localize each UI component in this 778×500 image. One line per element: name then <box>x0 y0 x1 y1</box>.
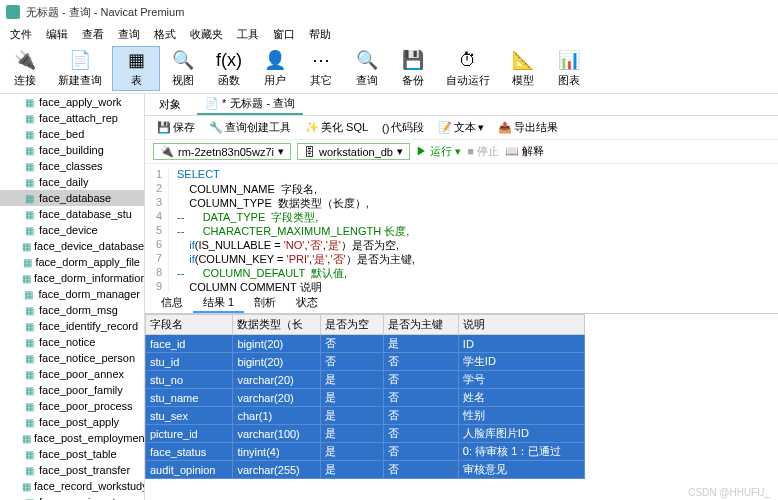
table-face_notice_person[interactable]: ▦face_notice_person <box>0 350 144 366</box>
stop-button[interactable]: ■ 停止 <box>467 144 499 159</box>
sidebar[interactable]: ▦face_apply_work▦face_attach_rep▦face_be… <box>0 94 145 500</box>
table-face_device[interactable]: ▦face_device <box>0 222 144 238</box>
toolbar-图表[interactable]: 📊图表 <box>546 46 592 91</box>
toolbar-视图[interactable]: 🔍视图 <box>160 46 206 91</box>
tab-profile[interactable]: 剖析 <box>244 292 286 313</box>
col-header[interactable]: 是否为主键 <box>383 315 458 335</box>
table-icon: ▦ <box>22 432 31 444</box>
tab-result1[interactable]: 结果 1 <box>193 292 244 313</box>
result-grid[interactable]: 字段名数据类型（长是否为空是否为主键说明face_idbigint(20)否是I… <box>145 314 778 479</box>
toolbar-其它[interactable]: ⋯其它 <box>298 46 344 91</box>
table-icon: ▦ <box>22 96 36 108</box>
app-icon <box>6 5 20 19</box>
connection-select[interactable]: 🔌 rm-2zetn83n05wz7i ▾ <box>153 143 291 160</box>
备份-icon: 💾 <box>400 49 426 71</box>
table-face_attach_rep[interactable]: ▦face_attach_rep <box>0 110 144 126</box>
toolbar-新建查询[interactable]: 📄新建查询 <box>48 46 112 91</box>
toolbar-备份[interactable]: 💾备份 <box>390 46 436 91</box>
tab-query[interactable]: 📄 * 无标题 - 查询 <box>197 94 303 115</box>
table-icon: ▦ <box>22 384 36 396</box>
table-row[interactable]: stu_sexchar(1)是否性别 <box>146 407 585 425</box>
toolbar-模型[interactable]: 📐模型 <box>500 46 546 91</box>
table-face_dorm_msg[interactable]: ▦face_dorm_msg <box>0 302 144 318</box>
query-builder-button[interactable]: 🔧 查询创建工具 <box>205 118 295 137</box>
explain-button[interactable]: 📖 解释 <box>505 144 544 159</box>
menu-窗口[interactable]: 窗口 <box>267 25 301 44</box>
table-face_database[interactable]: ▦face_database <box>0 190 144 206</box>
watermark: CSDN @HHUFU_ <box>688 487 770 498</box>
beautify-sql-button[interactable]: ✨ 美化 SQL <box>301 118 372 137</box>
menu-查看[interactable]: 查看 <box>76 25 110 44</box>
toolbar-自动运行[interactable]: ⏱自动运行 <box>436 46 500 91</box>
table-face_apply_work[interactable]: ▦face_apply_work <box>0 94 144 110</box>
table-icon: ▦ <box>22 480 31 492</box>
table-row[interactable]: stu_novarchar(20)是否学号 <box>146 371 585 389</box>
table-icon: ▦ <box>22 448 36 460</box>
table-row[interactable]: stu_namevarchar(20)是否姓名 <box>146 389 585 407</box>
table-face_post_table[interactable]: ▦face_post_table <box>0 446 144 462</box>
table-face_notice[interactable]: ▦face_notice <box>0 334 144 350</box>
toolbar-用户[interactable]: 👤用户 <box>252 46 298 91</box>
col-header[interactable]: 说明 <box>458 315 584 335</box>
table-face_database_stu[interactable]: ▦face_database_stu <box>0 206 144 222</box>
table-face_record_workstudy[interactable]: ▦face_record_workstudy <box>0 478 144 494</box>
table-icon: ▦ <box>22 144 36 156</box>
table-face_bed[interactable]: ▦face_bed <box>0 126 144 142</box>
tab-status[interactable]: 状态 <box>286 292 328 313</box>
col-header[interactable]: 是否为空 <box>321 315 383 335</box>
table-row[interactable]: picture_idvarchar(100)是否人脸库图片ID <box>146 425 585 443</box>
query-toolbar: 💾 保存 🔧 查询创建工具 ✨ 美化 SQL () 代码段 📝 文本 ▾ 📤 导… <box>145 116 778 140</box>
toolbar-连接[interactable]: 🔌连接 <box>2 46 48 91</box>
menu-文件[interactable]: 文件 <box>4 25 38 44</box>
save-button[interactable]: 💾 保存 <box>153 118 199 137</box>
视图-icon: 🔍 <box>170 49 196 71</box>
table-icon: ▦ <box>22 464 36 476</box>
函数-icon: f(x) <box>216 49 242 71</box>
table-face_device_database[interactable]: ▦face_device_database <box>0 238 144 254</box>
table-face_post_employmen[interactable]: ▦face_post_employmen <box>0 430 144 446</box>
table-icon: ▦ <box>22 240 31 252</box>
sql-editor[interactable]: 1SELECT2 COLUMN_NAME 字段名,3 COLUMN_TYPE 数… <box>145 164 778 292</box>
code-snippet-button[interactable]: () 代码段 <box>378 118 428 137</box>
toolbar-查询[interactable]: 🔍查询 <box>344 46 390 91</box>
run-button[interactable]: ▶ 运行 ▾ <box>416 144 461 159</box>
table-icon: ▦ <box>22 224 36 236</box>
toolbar-表[interactable]: ▦表 <box>112 46 160 91</box>
table-face_identify_record[interactable]: ▦face_identify_record <box>0 318 144 334</box>
table-row[interactable]: stu_idbigint(20)否否学生ID <box>146 353 585 371</box>
table-face_post_transfer[interactable]: ▦face_post_transfer <box>0 462 144 478</box>
table-face_dorm_manager[interactable]: ▦face_dorm_manager <box>0 286 144 302</box>
新建查询-icon: 📄 <box>67 49 93 71</box>
tab-objects[interactable]: 对象 <box>151 95 189 114</box>
table-row[interactable]: face_idbigint(20)否是ID <box>146 335 585 353</box>
tab-info[interactable]: 信息 <box>151 292 193 313</box>
table-icon: ▦ <box>22 496 36 500</box>
toolbar-函数[interactable]: f(x)函数 <box>206 46 252 91</box>
export-button[interactable]: 📤 导出结果 <box>494 118 562 137</box>
menu-收藏夹[interactable]: 收藏夹 <box>184 25 229 44</box>
menu-格式[interactable]: 格式 <box>148 25 182 44</box>
col-header[interactable]: 字段名 <box>146 315 233 335</box>
table-face_post_apply[interactable]: ▦face_post_apply <box>0 414 144 430</box>
database-select[interactable]: 🗄 workstation_db ▾ <box>297 143 410 160</box>
menu-编辑[interactable]: 编辑 <box>40 25 74 44</box>
table-face_dorm_apply_file[interactable]: ▦face_dorm_apply_file <box>0 254 144 270</box>
col-header[interactable]: 数据类型（长 <box>233 315 321 335</box>
table-icon: ▦ <box>22 400 36 412</box>
table-icon: ▦ <box>22 320 36 332</box>
text-button[interactable]: 📝 文本 ▾ <box>434 118 488 137</box>
查询-icon: 🔍 <box>354 49 380 71</box>
menu-帮助[interactable]: 帮助 <box>303 25 337 44</box>
table-face_daily[interactable]: ▦face_daily <box>0 174 144 190</box>
table-face_building[interactable]: ▦face_building <box>0 142 144 158</box>
table-face_poor_annex[interactable]: ▦face_poor_annex <box>0 366 144 382</box>
table-face_dorm_information[interactable]: ▦face_dorm_information <box>0 270 144 286</box>
table-row[interactable]: face_statustinyint(4)是否0: 待审核 1：已通过 <box>146 443 585 461</box>
table-face_classes[interactable]: ▦face_classes <box>0 158 144 174</box>
menu-工具[interactable]: 工具 <box>231 25 265 44</box>
table-face_poor_process[interactable]: ▦face_poor_process <box>0 398 144 414</box>
menu-查询[interactable]: 查询 <box>112 25 146 44</box>
table-row[interactable]: audit_opinionvarchar(255)是否审核意见 <box>146 461 585 479</box>
table-face_poor_family[interactable]: ▦face_poor_family <box>0 382 144 398</box>
table-face_repair_note[interactable]: ▦face_repair_note <box>0 494 144 500</box>
